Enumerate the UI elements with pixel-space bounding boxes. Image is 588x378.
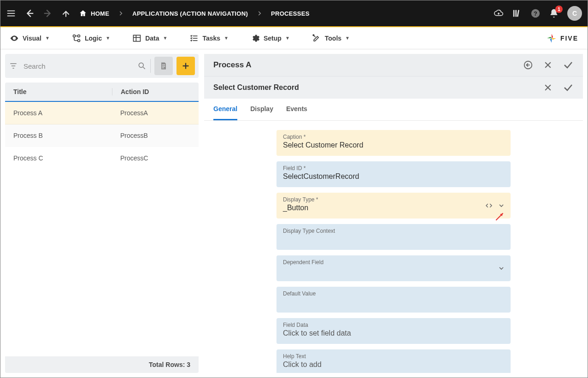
field-display-type[interactable]: Display Type * _Button bbox=[276, 193, 511, 219]
list-panel: Title Action ID Process A ProcessA Proce… bbox=[5, 54, 199, 373]
home-icon bbox=[79, 9, 87, 18]
svg-rect-15 bbox=[134, 35, 141, 41]
tab-display[interactable]: Display bbox=[250, 99, 273, 120]
svg-marker-24 bbox=[550, 38, 552, 43]
subdetail-header: Select Customer Record bbox=[204, 76, 583, 99]
svg-point-29 bbox=[139, 63, 143, 67]
table-row[interactable]: Process B ProcessB bbox=[5, 124, 199, 147]
svg-point-12 bbox=[73, 35, 75, 37]
svg-point-21 bbox=[313, 35, 314, 36]
subdetail-title: Select Customer Record bbox=[213, 83, 299, 92]
col-header-title[interactable]: Title bbox=[13, 88, 112, 95]
toolbar: Visual▼ Logic▼ Data▼ Tasks▼ Setup▼ Tools… bbox=[0, 27, 588, 49]
cloud-sync-icon[interactable] bbox=[494, 8, 504, 18]
field-display-type-context[interactable]: Display Type Context bbox=[276, 224, 511, 250]
close-icon[interactable] bbox=[543, 60, 553, 70]
svg-marker-22 bbox=[552, 34, 553, 38]
chevron-right-icon bbox=[256, 10, 263, 17]
status-bar: Total Rows: 3 bbox=[5, 356, 199, 373]
back-icon[interactable] bbox=[24, 8, 35, 18]
col-header-action-id[interactable]: Action ID bbox=[112, 88, 190, 95]
toolbar-tools[interactable]: Tools▼ bbox=[312, 34, 350, 43]
field-caption[interactable]: Caption * Select Customer Record bbox=[276, 130, 511, 156]
brand-logo: FIVE bbox=[546, 32, 578, 44]
notifications-icon[interactable]: 1 bbox=[549, 8, 559, 18]
chevron-right-icon bbox=[118, 10, 124, 17]
check-icon[interactable] bbox=[563, 59, 574, 71]
svg-point-14 bbox=[77, 35, 80, 37]
toolbar-logic[interactable]: Logic▼ bbox=[72, 34, 110, 43]
svg-rect-6 bbox=[513, 10, 515, 17]
toolbar-setup[interactable]: Setup▼ bbox=[251, 34, 290, 43]
add-button[interactable] bbox=[176, 57, 195, 75]
code-icon[interactable] bbox=[485, 201, 493, 210]
breadcrumb-applications[interactable]: APPLICATIONS (ACTION NAVIGATION) bbox=[132, 10, 248, 17]
svg-text:?: ? bbox=[534, 10, 537, 17]
logic-icon bbox=[72, 34, 81, 43]
home-label: HOME bbox=[91, 10, 109, 17]
close-icon[interactable] bbox=[543, 83, 553, 92]
chevron-down-icon[interactable] bbox=[498, 202, 505, 209]
svg-marker-23 bbox=[552, 38, 556, 40]
tools-icon bbox=[312, 34, 321, 43]
library-icon[interactable] bbox=[512, 8, 522, 18]
top-bar: HOME APPLICATIONS (ACTION NAVIGATION) PR… bbox=[0, 0, 588, 26]
breadcrumb-processes[interactable]: PROCESSES bbox=[271, 10, 310, 17]
svg-point-13 bbox=[77, 39, 80, 41]
filter-icon[interactable] bbox=[9, 61, 18, 71]
avatar[interactable]: C bbox=[567, 6, 582, 21]
menu-icon[interactable] bbox=[6, 8, 16, 18]
detail-header: Process A bbox=[204, 54, 583, 76]
detail-title: Process A bbox=[213, 60, 252, 70]
toolbar-tasks[interactable]: Tasks▼ bbox=[189, 34, 229, 43]
check-icon[interactable] bbox=[563, 82, 574, 93]
tab-events[interactable]: Events bbox=[286, 99, 307, 120]
svg-rect-7 bbox=[515, 10, 517, 17]
chevron-down-icon[interactable] bbox=[498, 265, 505, 272]
tab-general[interactable]: General bbox=[213, 99, 237, 120]
breadcrumb-home[interactable]: HOME bbox=[79, 9, 109, 18]
search-bar bbox=[5, 54, 199, 78]
help-icon[interactable]: ? bbox=[530, 8, 541, 18]
document-button[interactable] bbox=[154, 57, 173, 75]
gear-icon bbox=[251, 34, 260, 43]
tasks-icon bbox=[189, 34, 199, 43]
table-icon bbox=[132, 34, 141, 43]
svg-marker-25 bbox=[547, 36, 552, 38]
field-dependent-field[interactable]: Dependent Field bbox=[276, 255, 511, 281]
notifications-badge: 1 bbox=[555, 6, 563, 13]
tabs: General Display Events bbox=[204, 99, 583, 121]
field-field-id[interactable]: Field ID * SelectCustomerRecord bbox=[276, 161, 511, 187]
search-input[interactable] bbox=[22, 59, 134, 74]
form-area: Caption * Select Customer Record Field I… bbox=[204, 121, 583, 373]
up-icon[interactable] bbox=[61, 9, 71, 18]
table-row[interactable]: Process C ProcessC bbox=[5, 147, 199, 170]
eye-icon bbox=[10, 34, 19, 43]
toolbar-visual[interactable]: Visual▼ bbox=[10, 34, 50, 43]
field-field-data[interactable]: Field Data Click to set field data bbox=[276, 318, 511, 344]
svg-line-39 bbox=[496, 213, 503, 220]
svg-point-11 bbox=[13, 37, 15, 39]
svg-line-30 bbox=[143, 67, 145, 69]
table-header: Title Action ID bbox=[5, 83, 199, 101]
field-help-text[interactable]: Help Text Click to add bbox=[276, 349, 511, 373]
revert-icon[interactable] bbox=[523, 60, 533, 70]
field-default-value[interactable]: Default Value bbox=[276, 287, 511, 313]
search-icon[interactable] bbox=[137, 61, 147, 71]
detail-panel: Process A Select Customer Record General… bbox=[204, 54, 583, 373]
toolbar-data[interactable]: Data▼ bbox=[132, 34, 167, 43]
forward-icon bbox=[43, 8, 53, 18]
svg-rect-8 bbox=[517, 10, 519, 17]
table-row[interactable]: Process A ProcessA bbox=[5, 102, 199, 124]
